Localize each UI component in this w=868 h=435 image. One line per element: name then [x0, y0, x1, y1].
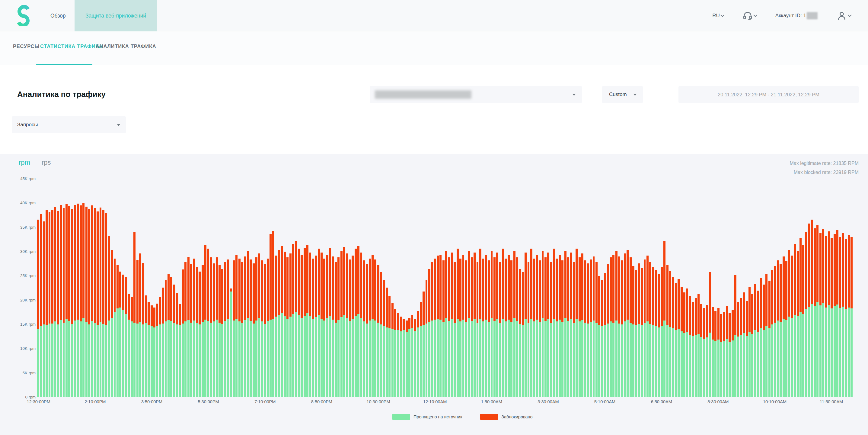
bar[interactable]: [528, 179, 530, 397]
bar[interactable]: [825, 179, 827, 397]
metric-select[interactable]: Запросы: [12, 116, 126, 133]
bar[interactable]: [638, 179, 640, 397]
bar[interactable]: [845, 179, 847, 397]
bar[interactable]: [556, 179, 558, 397]
bar[interactable]: [516, 179, 518, 397]
bar[interactable]: [100, 179, 102, 397]
bar[interactable]: [403, 179, 405, 397]
bar[interactable]: [351, 179, 354, 397]
bar[interactable]: [811, 179, 813, 397]
bar[interactable]: [748, 179, 751, 397]
bar[interactable]: [258, 179, 260, 397]
bar[interactable]: [179, 179, 181, 397]
bar[interactable]: [187, 179, 189, 397]
bar[interactable]: [85, 179, 88, 397]
language-select[interactable]: RU: [712, 13, 724, 19]
bar[interactable]: [374, 179, 376, 397]
bar[interactable]: [471, 179, 473, 397]
bar[interactable]: [754, 179, 756, 397]
bar[interactable]: [505, 179, 507, 397]
bar[interactable]: [717, 179, 719, 397]
bar[interactable]: [579, 179, 581, 397]
bar[interactable]: [400, 179, 402, 397]
bar[interactable]: [156, 179, 158, 397]
bar[interactable]: [170, 179, 172, 397]
bar[interactable]: [292, 179, 294, 397]
bar[interactable]: [57, 179, 59, 397]
bar[interactable]: [698, 179, 700, 397]
bar[interactable]: [839, 179, 841, 397]
bar[interactable]: [485, 179, 487, 397]
bar[interactable]: [363, 179, 365, 397]
bar[interactable]: [700, 179, 702, 397]
bar[interactable]: [114, 179, 116, 397]
bar[interactable]: [354, 179, 357, 397]
bar[interactable]: [323, 179, 326, 397]
nav-item-overview[interactable]: Обзор: [51, 0, 66, 31]
bar[interactable]: [760, 179, 762, 397]
bar[interactable]: [83, 179, 85, 397]
bar[interactable]: [151, 179, 153, 397]
bar[interactable]: [216, 179, 218, 397]
bar[interactable]: [428, 179, 430, 397]
bar[interactable]: [740, 179, 742, 397]
bar[interactable]: [473, 179, 476, 397]
bar[interactable]: [298, 179, 300, 397]
bar[interactable]: [768, 179, 771, 397]
bar[interactable]: [54, 179, 56, 397]
bar[interactable]: [236, 179, 238, 397]
bar[interactable]: [198, 179, 201, 397]
bar[interactable]: [207, 179, 209, 397]
bar[interactable]: [94, 179, 96, 397]
bar[interactable]: [117, 179, 119, 397]
bar[interactable]: [65, 179, 68, 397]
bar[interactable]: [91, 179, 93, 397]
bar[interactable]: [434, 179, 436, 397]
bar[interactable]: [655, 179, 657, 397]
bar[interactable]: [125, 179, 127, 397]
brand-logo-icon[interactable]: [17, 5, 30, 26]
bar[interactable]: [190, 179, 192, 397]
unit-rpm-toggle[interactable]: rpm: [19, 158, 30, 166]
bar[interactable]: [493, 179, 496, 397]
bar[interactable]: [499, 179, 501, 397]
bar[interactable]: [703, 179, 705, 397]
bar[interactable]: [244, 179, 246, 397]
bar[interactable]: [728, 179, 731, 397]
bar[interactable]: [176, 179, 178, 397]
bar[interactable]: [320, 179, 322, 397]
bar[interactable]: [545, 179, 547, 397]
bar[interactable]: [629, 179, 632, 397]
bar[interactable]: [224, 179, 226, 397]
bar[interactable]: [360, 179, 363, 397]
bar[interactable]: [647, 179, 649, 397]
bar[interactable]: [652, 179, 654, 397]
bar[interactable]: [626, 179, 629, 397]
nav-item-web-app-protection[interactable]: Защита веб-приложений: [74, 0, 157, 31]
bar[interactable]: [590, 179, 592, 397]
bar[interactable]: [275, 179, 277, 397]
bar[interactable]: [439, 179, 441, 397]
bar[interactable]: [426, 179, 428, 397]
bar[interactable]: [392, 179, 394, 397]
bar[interactable]: [714, 179, 716, 397]
bar[interactable]: [111, 179, 113, 397]
bar[interactable]: [584, 179, 586, 397]
bar[interactable]: [681, 179, 683, 397]
bar[interactable]: [771, 179, 773, 397]
bar[interactable]: [43, 179, 45, 397]
bar[interactable]: [437, 179, 439, 397]
bar[interactable]: [357, 179, 360, 397]
bar[interactable]: [641, 179, 643, 397]
bar[interactable]: [834, 179, 836, 397]
bar[interactable]: [454, 179, 456, 397]
bar[interactable]: [581, 179, 583, 397]
bar[interactable]: [162, 179, 164, 397]
bar[interactable]: [250, 179, 252, 397]
bar[interactable]: [468, 179, 470, 397]
bar[interactable]: [88, 179, 90, 397]
bar[interactable]: [661, 179, 663, 397]
bar[interactable]: [669, 179, 671, 397]
bar[interactable]: [97, 179, 99, 397]
bar[interactable]: [272, 179, 274, 397]
